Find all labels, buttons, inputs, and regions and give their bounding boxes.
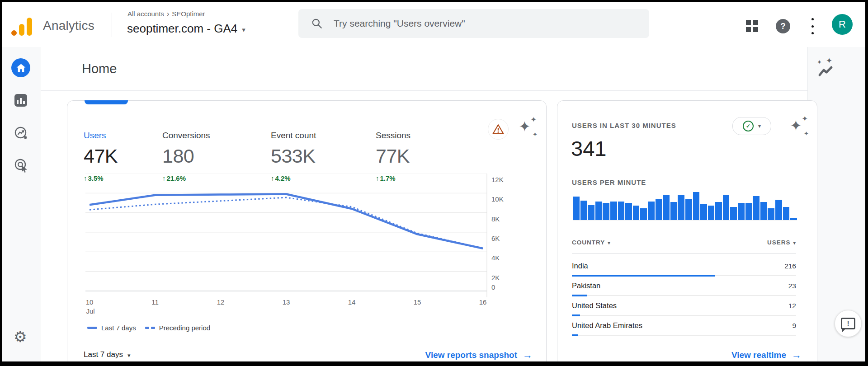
- caret-down-icon: ▾: [793, 240, 796, 245]
- brand-title: Analytics: [43, 19, 94, 33]
- caret-down-icon: ▾: [242, 26, 245, 34]
- left-nav: ⚙: [2, 47, 41, 361]
- users-per-minute-label: USERS PER MINUTE: [572, 178, 646, 186]
- legend-swatch-dashed: [145, 327, 155, 329]
- minute-bar: [588, 205, 594, 220]
- search-bar[interactable]: [298, 9, 649, 38]
- kebab-menu-icon[interactable]: [809, 18, 816, 34]
- date-range-selector[interactable]: Last 7 days ▾: [84, 350, 130, 359]
- minute-bar: [595, 202, 602, 220]
- google-apps-grid-icon[interactable]: [746, 20, 758, 32]
- insights-sparkle-icon[interactable]: ✦ ✦ ✦: [790, 117, 809, 136]
- minute-bar: [715, 202, 722, 220]
- check-circle-icon: ✓: [743, 121, 754, 131]
- minute-bar: [745, 203, 752, 220]
- minute-bar: [768, 208, 774, 220]
- realtime-title: USERS IN LAST 30 MINUTES: [572, 122, 676, 129]
- topbar-divider: [112, 13, 112, 37]
- minute-bar: [610, 202, 617, 220]
- property-name: seoptimer.com - GA4: [127, 22, 237, 36]
- column-users[interactable]: USERS▾: [767, 239, 796, 246]
- minute-bar: [633, 206, 640, 220]
- help-icon[interactable]: ?: [776, 19, 790, 33]
- search-icon: [311, 18, 323, 29]
- y-axis-tick: 10K: [491, 195, 515, 203]
- chevron-right-icon: ›: [167, 10, 169, 18]
- avatar[interactable]: R: [832, 14, 853, 35]
- caret-down-icon: ▾: [127, 352, 131, 359]
- data-warning-icon[interactable]: [488, 119, 509, 140]
- sidebar-item-explore[interactable]: [14, 126, 28, 142]
- feedback-button[interactable]: !: [835, 310, 862, 337]
- x-axis-tick: 12: [217, 298, 225, 306]
- x-axis-tick: 16: [479, 298, 487, 306]
- page-title: Home: [82, 61, 117, 76]
- minute-bar: [603, 203, 609, 220]
- app-window: Analytics All accounts›SEOptimer seoptim…: [2, 2, 865, 361]
- column-country[interactable]: COUNTRY▾: [572, 239, 611, 246]
- minute-bar: [640, 208, 647, 220]
- arrow-right-icon: →: [523, 349, 533, 361]
- view-realtime-link[interactable]: View realtime →: [731, 349, 802, 361]
- realtime-card: USERS IN LAST 30 MINUTES ✓ ▾ ✦ ✦ ✦ 341 U…: [557, 100, 817, 361]
- bar-chart-icon: [17, 100, 19, 104]
- minute-bar: [670, 202, 677, 220]
- minute-bar: [738, 203, 745, 220]
- view-reports-snapshot-link[interactable]: View reports snapshot →: [425, 349, 533, 361]
- sidebar-item-reports[interactable]: [14, 94, 27, 107]
- insights-sparkle-icon[interactable]: ✦ ✦ ✦: [519, 118, 538, 137]
- minute-bar: [790, 218, 797, 220]
- x-axis-tick: 10: [86, 298, 94, 306]
- x-axis-tick: 11: [151, 298, 159, 306]
- minute-bar: [656, 199, 662, 220]
- minute-bar: [708, 206, 715, 220]
- users-per-minute-bar-chart: [573, 191, 797, 221]
- gear-icon[interactable]: ⚙: [14, 329, 27, 344]
- chart-legend: Last 7 daysPreceding period: [87, 324, 210, 332]
- top-app-bar: Analytics All accounts›SEOptimer seoptim…: [2, 2, 865, 47]
- table-row: India216: [572, 257, 796, 277]
- y-axis-tick: 4K: [491, 254, 515, 262]
- breadcrumb-current[interactable]: SEOptimer: [172, 10, 205, 18]
- minute-bar: [663, 195, 670, 220]
- property-selector[interactable]: seoptimer.com - GA4 ▾: [127, 22, 245, 36]
- x-axis-month-label: Jul: [86, 307, 94, 315]
- analytics-logo-icon[interactable]: [11, 15, 33, 36]
- minute-bar: [693, 192, 700, 220]
- x-axis-tick: 13: [283, 298, 290, 306]
- table-divider: [572, 253, 796, 254]
- users-line-chart: [85, 174, 492, 302]
- table-row: Pakistan23: [572, 277, 796, 297]
- x-axis-tick: 15: [414, 298, 421, 306]
- table-row: United Arab Emirates9: [572, 317, 796, 337]
- search-input[interactable]: [333, 18, 649, 29]
- realtime-status-selector[interactable]: ✓ ▾: [732, 117, 771, 135]
- feedback-chat-icon: !: [841, 318, 855, 329]
- country-table: India216Pakistan23United States12United …: [572, 257, 796, 337]
- series-solid: [90, 194, 483, 249]
- minute-bar: [648, 202, 655, 220]
- explore-icon: [14, 126, 28, 140]
- minute-bar: [753, 196, 760, 220]
- minute-bar: [573, 197, 580, 220]
- minute-bar: [678, 195, 684, 220]
- breadcrumb[interactable]: All accounts›SEOptimer: [127, 10, 205, 18]
- main-content: Home Users47K↑3.5%Conversions180↑21.6%Ev…: [41, 47, 814, 361]
- table-row: United States12: [572, 297, 796, 317]
- legend-item: Last 7 days: [87, 324, 136, 332]
- legend-item: Preceding period: [145, 324, 210, 332]
- advertising-icon: [14, 158, 28, 173]
- sidebar-item-advertising[interactable]: [14, 158, 28, 174]
- y-axis-tick: 6K: [491, 235, 515, 242]
- logo-dot: [11, 30, 17, 36]
- country-table-header: COUNTRY▾ USERS▾: [572, 239, 796, 246]
- sidebar-item-home[interactable]: [11, 58, 30, 77]
- minute-bar: [580, 201, 587, 220]
- y-axis-tick: 12K: [491, 176, 515, 183]
- minute-bar: [618, 202, 625, 220]
- minute-bar: [783, 207, 790, 220]
- minute-bar: [730, 207, 737, 220]
- logo-bar-tall: [27, 18, 32, 36]
- insights-trend-icon[interactable]: ✦ ✦: [818, 61, 838, 79]
- breadcrumb-root[interactable]: All accounts: [127, 10, 164, 18]
